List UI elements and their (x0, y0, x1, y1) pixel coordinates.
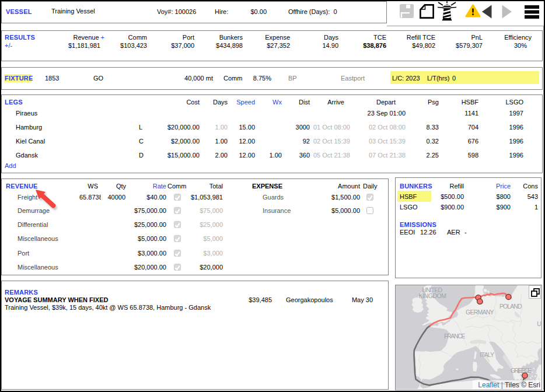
svg-text:U: U (537, 320, 541, 327)
svg-text:KINGDOM: KINGDOM (419, 292, 448, 299)
svg-text:GREECE: GREECE (511, 367, 533, 374)
svg-text:FRANCE: FRANCE (444, 332, 466, 340)
svg-text:POLAND: POLAND (499, 303, 523, 310)
svg-text:ITALY: ITALY (480, 351, 495, 358)
svg-text:GERMANY: GERMANY (466, 309, 495, 316)
